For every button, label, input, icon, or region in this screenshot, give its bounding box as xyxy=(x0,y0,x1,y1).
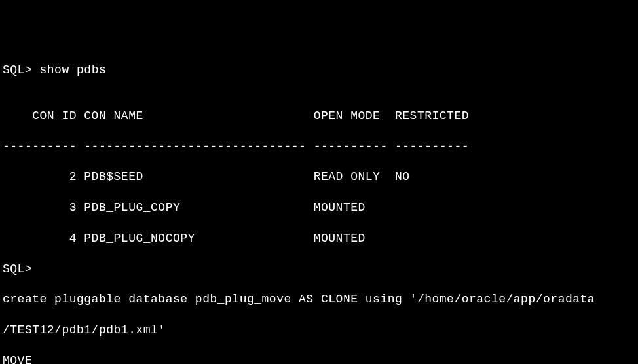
sql-prompt: SQL> xyxy=(3,64,32,77)
sql-statement: /TEST12/pdb1/pdb1.xml' xyxy=(3,323,635,338)
table-row: 4 PDB_PLUG_NOCOPY MOUNTED xyxy=(3,231,635,246)
terminal-output: SQL> show pdbs xyxy=(3,63,635,78)
table-divider: ---------- -----------------------------… xyxy=(3,139,635,155)
table-row: 3 PDB_PLUG_COPY MOUNTED xyxy=(3,200,635,215)
sql-statement: MOVE xyxy=(3,354,635,364)
command-text: show pdbs xyxy=(32,64,106,77)
table-row: 2 PDB$SEED READ ONLY NO xyxy=(3,170,635,185)
sql-prompt: SQL> xyxy=(3,262,635,277)
table-header: CON_ID CON_NAME OPEN MODE RESTRICTED xyxy=(3,109,635,124)
sql-statement: create pluggable database pdb_plug_move … xyxy=(3,292,635,307)
